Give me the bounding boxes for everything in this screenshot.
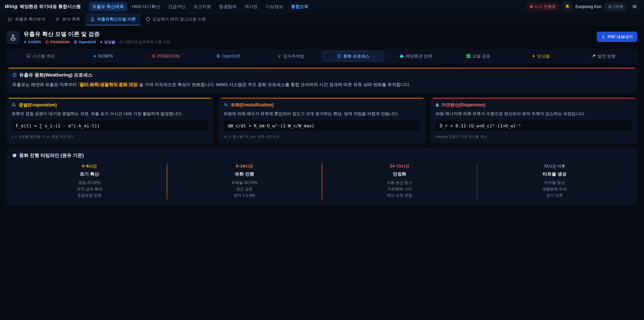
phase-item: 수층 분산 증가 <box>322 179 477 186</box>
card-description: 유류의 경질 성분이 대기로 증발하는 과정. 유출 초기 수시간 내에 가장 … <box>12 111 208 117</box>
monitor-icon <box>26 54 31 58</box>
section-nav-item-opendrift[interactable]: OpenDrift <box>197 52 259 61</box>
notifications-button[interactable] <box>563 2 572 12</box>
formula-code: dW_c/dt = K_em·U_w²·(1-W_c/W_max) <box>224 120 420 132</box>
user-name: Eunjeong Kim <box>576 4 602 9</box>
bell-icon <box>565 4 570 9</box>
nav-item-aerial-search[interactable]: 항공탐색 <box>216 2 240 11</box>
incident-status-label: 사고 진행중 <box>534 4 556 9</box>
app-brand[interactable]: Wing 해양환경 위기대응 통합시스템 <box>5 4 81 10</box>
cloud-icon <box>400 55 404 58</box>
page-header: 유출유 확산 모델 이론 및 검증 KOSPS POSEIDON OpenDri… <box>7 30 637 45</box>
system-title: 해양환경 위기대응 통합시스템 <box>20 4 81 10</box>
card-emulsification: 유화(Emulsification) 파랑에 의해 해수가 유류에 혼입되어 점… <box>219 98 425 143</box>
phase-item: 자연분해 시작 <box>322 186 477 192</box>
weathering-timeline-panel: 풍화 진행 타임라인 (원유 기준) 0~6시간 초기 확산 증발 20-30%… <box>7 148 637 205</box>
section-nav-item-particle-tracking[interactable]: 입자추적법 <box>260 51 322 61</box>
weathering-highlight: 물리-화학-생물학적 풍화 과정 <box>78 82 139 87</box>
tab-label: 유출유 확산분석 <box>15 16 46 22</box>
badge-opendrift: OpenDrift <box>74 40 96 44</box>
check-square-icon <box>466 54 470 58</box>
model-badges: KOSPS POSEIDON OpenDrift 앙상블 라그랑지안 입자추 <box>24 40 170 45</box>
weathering-panel-title: 유출유 풍화(Weathering) 프로세스 <box>12 72 632 78</box>
nav-item-reports[interactable]: 보고자료 <box>190 2 214 11</box>
wave-icon <box>224 103 228 107</box>
target-icon <box>152 54 156 58</box>
phase-item: 중질유분 잔류 <box>12 192 167 198</box>
section-nav: 시스템 개요 KOSPS POSEIDON OpenDrift 입자추적법 풍화… <box>7 49 637 63</box>
download-icon <box>601 35 606 39</box>
tab-spill-analysis[interactable]: 유출유 확산분석 <box>3 14 50 25</box>
nav-item-spill-prediction[interactable]: 유출유 확산예측 <box>89 2 127 11</box>
target-icon <box>45 40 49 44</box>
page-title: 유출유 확산 모델 이론 및 검증 <box>24 30 170 38</box>
flask-icon <box>90 17 95 22</box>
phase-time: 6~24시간 <box>167 164 322 169</box>
logout-button[interactable]: 로그아웃 <box>605 3 626 11</box>
particles-icon <box>278 54 281 58</box>
diamond-icon <box>24 41 27 44</box>
incident-dot-icon <box>530 5 532 8</box>
nav-item-emergency-rescue[interactable]: 긴급구난 <box>165 2 189 11</box>
phase-stage: 안정화 <box>322 171 477 177</box>
droplet-icon <box>436 103 439 107</box>
phase-time: 0~6시간 <box>12 164 167 169</box>
pdf-export-button[interactable]: PDF 내보내기 <box>597 32 638 42</box>
clock-icon <box>12 153 17 158</box>
page-subtitle: 라그랑지안 입자추적 이론 기반 <box>120 40 170 45</box>
phase-item: 점도 급증 <box>167 186 322 192</box>
globe-icon <box>216 54 220 58</box>
tab-spill-model-theory[interactable]: 유출유확산모델 이론 <box>86 14 140 25</box>
timeline-phase-3: 24~72시간 안정화 수층 분산 증가 자연분해 시작 해안 표착 위험 <box>322 163 477 200</box>
hamburger-icon <box>632 4 637 9</box>
hamburger-menu-button[interactable] <box>630 2 639 12</box>
phase-time: 72시간 이후 <box>478 164 632 169</box>
phase-stage: 타르볼 생성 <box>478 171 632 177</box>
card-evaporation: 증발(Evaporation) 유류의 경질 성분이 대기로 증발하는 과정. … <box>7 98 213 143</box>
bolt-icon <box>532 54 535 58</box>
phase-item: 체적 1.5-4배 <box>167 192 322 198</box>
bolt-icon <box>100 40 103 44</box>
incident-status-badge[interactable]: 사고 진행중 <box>526 3 559 11</box>
phase-item: 생물분해 우세 <box>478 186 632 192</box>
section-nav-item-poseidon[interactable]: POSEIDON <box>135 52 196 61</box>
tab-oil-fence-theory[interactable]: 오일펜스 배치 알고리즘 이론 <box>141 14 211 25</box>
section-nav-item-weathering[interactable]: 풍화 프로세스 <box>322 51 384 61</box>
timeline-phase-4: 72시간 이후 타르볼 생성 타르볼 형성 생물분해 우세 장기 잔류 <box>478 163 632 200</box>
timeline: 0~6시간 초기 확산 증발 20-30% 유막 급속 확대 중질유분 잔류 6… <box>12 163 632 200</box>
ring-icon <box>146 17 150 21</box>
section-nav-item-ensemble[interactable]: 앙상블 <box>510 51 572 61</box>
document-icon <box>12 73 17 77</box>
page-flask-icon-box <box>7 31 20 44</box>
secondary-tabbar: 유출유 확산분석 분석 목록 유출유확산모델 이론 오일펜스 배치 알고리즘 이… <box>0 14 644 26</box>
phase-stage: 초기 확산 <box>12 171 167 177</box>
nav-item-integrated-search[interactable]: 통합조회 <box>288 2 312 11</box>
topbar: Wing 해양환경 위기대응 통합시스템 유출유 확산예측 HNS·대기확산 긴… <box>0 0 644 14</box>
main-content: 유출유 확산 모델 이론 및 검증 KOSPS POSEIDON OpenDri… <box>0 26 644 210</box>
formula-code: D_r = 0.11·(U_w+U_c)²·(1+U_w)⁻¹ <box>436 120 632 132</box>
phase-item: 증발 20-30% <box>12 179 167 186</box>
chart-icon <box>8 17 13 22</box>
wing-logo: Wing <box>5 4 18 9</box>
document-icon <box>337 54 341 58</box>
wind-icon <box>12 103 16 107</box>
section-nav-item-ocean-input[interactable]: 해양환경 입력 <box>385 51 447 61</box>
nav-item-board[interactable]: 게시판 <box>241 2 261 11</box>
phase-item: 유막 급속 확대 <box>12 186 167 192</box>
topbar-right: 사고 진행중 Eunjeong Kim 로그아웃 <box>526 2 639 12</box>
tab-label: 분석 목록 <box>62 16 80 22</box>
tab-analysis-list[interactable]: 분석 목록 <box>51 14 85 25</box>
card-title: 자연분산(Dispersion) <box>436 102 632 108</box>
section-nav-item-kosps[interactable]: KOSPS <box>72 52 134 61</box>
section-nav-item-model-validation[interactable]: 모델 검증 <box>448 51 509 61</box>
weathering-intro-text: 유출유는 해면에 유출된 직후부터 물리-화학-생물학적 풍화 과정을 거쳐 지… <box>12 81 632 88</box>
phase-stage: 유화 진행 <box>167 171 322 177</box>
rocket-icon <box>592 54 596 58</box>
section-nav-item-roadmap[interactable]: 발전 방향 <box>572 51 634 61</box>
section-nav-item-overview[interactable]: 시스템 개요 <box>10 51 72 61</box>
card-title: 증발(Evaporation) <box>12 102 208 108</box>
phase-item: 장기 잔류 <box>478 192 632 198</box>
nav-item-hns-atmospheric[interactable]: HNS·대기확산 <box>129 2 163 11</box>
nav-item-weather-info[interactable]: 기상정보 <box>262 2 286 11</box>
list-icon <box>55 17 60 22</box>
